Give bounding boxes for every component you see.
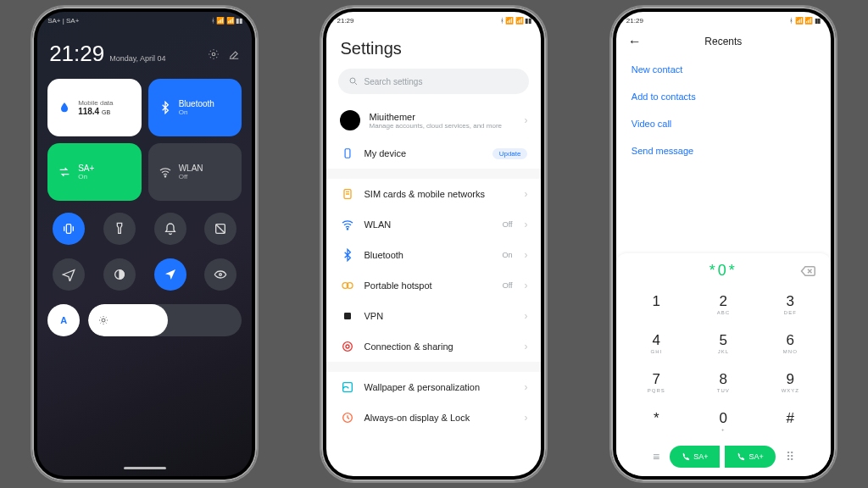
row-account[interactable]: Miuithemer Manage accounts, cloud servic… (326, 103, 541, 138)
key-#[interactable]: # (757, 402, 824, 441)
key-digit: 9 (757, 371, 824, 388)
toggle-eyecare[interactable] (204, 258, 236, 291)
menu-icon[interactable]: ≡ (648, 450, 665, 463)
search-placeholder: Search settings (364, 77, 422, 86)
toggle-dnd[interactable] (154, 213, 186, 245)
home-indicator[interactable] (124, 467, 166, 469)
tile-label: SA+ (78, 164, 94, 173)
status-indicators: ᚼ 📶 📶 ▮▮ (789, 17, 821, 25)
dialpad-toggle-icon[interactable]: ⠿ (781, 450, 799, 463)
signal-icon: 📶 (795, 17, 804, 25)
row-label: Wallpaper & personalization (364, 382, 480, 392)
tile-mobile-data[interactable]: Mobile data 118.4 GB (47, 79, 142, 136)
row-label: Connection & sharing (364, 341, 453, 352)
key-7[interactable]: 7PQRS (623, 363, 690, 402)
tile-state: On (179, 108, 214, 116)
tile-state: On (78, 173, 94, 180)
svg-point-0 (212, 53, 215, 56)
signal-icon: 📶 (226, 17, 235, 25)
update-badge: Update (492, 148, 528, 159)
key-digit: 3 (757, 293, 824, 310)
key-digit: 7 (623, 371, 690, 388)
key-4[interactable]: 4GHI (623, 324, 690, 363)
bluetooth-icon: ᚼ (211, 17, 215, 25)
call-sim1-button[interactable]: SA+ (670, 446, 720, 468)
brightness-slider[interactable] (88, 304, 242, 336)
toggle-flashlight[interactable] (103, 213, 136, 245)
settings-row[interactable]: WLAN Off › (326, 209, 541, 240)
row-my-device[interactable]: My device Update (326, 138, 541, 169)
settings-row[interactable]: VPN › (326, 301, 541, 331)
key-6[interactable]: 6MNO (757, 324, 824, 363)
svg-point-14 (346, 345, 349, 348)
row-icon (340, 217, 355, 232)
row-value: Off (503, 281, 513, 290)
toggle-darkmode[interactable] (103, 258, 136, 291)
tile-label: Mobile data (78, 99, 113, 107)
key-letters: JKL (690, 349, 757, 354)
search-icon (348, 76, 359, 86)
svg-point-1 (164, 176, 165, 177)
edit-icon[interactable] (228, 48, 240, 60)
settings-row[interactable]: Portable hotspot Off › (326, 270, 541, 301)
toggle-airplane[interactable] (53, 258, 85, 291)
row-icon (340, 339, 355, 354)
toggle-vibrate[interactable] (53, 213, 85, 245)
settings-icon[interactable] (208, 48, 220, 60)
tile-sim[interactable]: SA+ On (47, 143, 142, 201)
settings-row[interactable]: SIM cards & mobile networks › (326, 179, 541, 209)
menu-item[interactable]: Add to contacts (616, 83, 831, 110)
key-1[interactable]: 1 (623, 285, 690, 324)
key-digit: 2 (690, 293, 757, 310)
tile-label: WLAN (179, 164, 203, 173)
menu-item[interactable]: New contact (616, 56, 831, 83)
settings-row[interactable]: Connection & sharing › (326, 331, 541, 362)
bluetooth-icon (159, 101, 172, 114)
row-label: Bluetooth (364, 250, 403, 260)
status-indicators: ᚼ 📶 📶 ▮▮ (500, 17, 531, 25)
phone-control-center: SA+ | SA+ ᚼ 📶 📶 ▮▮ 21:29 Monday, April 0… (32, 7, 257, 481)
toggle-screenshot[interactable] (204, 213, 236, 245)
key-2[interactable]: 2ABC (690, 285, 757, 324)
toggle-location[interactable] (154, 258, 186, 291)
settings-row[interactable]: Wallpaper & personalization › (326, 372, 541, 402)
key-5[interactable]: 5JKL (690, 324, 757, 363)
key-*[interactable]: * (623, 402, 690, 441)
key-0[interactable]: 0+ (690, 402, 757, 441)
toggle-auto-brightness[interactable]: A (47, 304, 80, 336)
cc-date: Monday, April 04 (109, 54, 165, 63)
row-label: Portable hotspot (364, 280, 431, 291)
status-time: 21:29 (626, 17, 643, 25)
call-sim2-label: SA+ (748, 452, 763, 461)
call-sim2-button[interactable]: SA+ (725, 446, 775, 468)
device-icon (340, 146, 355, 161)
chevron-right-icon: › (524, 280, 527, 291)
row-value: On (502, 251, 512, 259)
backspace-button[interactable] (800, 265, 815, 277)
chevron-right-icon: › (524, 114, 527, 126)
tile-bluetooth[interactable]: Bluetooth On (148, 79, 242, 136)
svg-point-10 (348, 229, 348, 230)
key-digit: 5 (690, 332, 757, 349)
status-time: 21:29 (337, 17, 353, 25)
key-3[interactable]: 3DEF (757, 285, 824, 324)
svg-rect-13 (344, 313, 351, 319)
key-letters: DEF (757, 310, 824, 315)
key-digit: * (623, 410, 690, 427)
tile-wlan[interactable]: WLAN Off (148, 143, 242, 201)
page-title: Recents (704, 36, 742, 47)
menu-item[interactable]: Send message (616, 137, 831, 164)
settings-row[interactable]: Bluetooth On › (326, 240, 541, 270)
settings-row[interactable]: Always-on display & Lock › (326, 402, 541, 433)
chevron-right-icon: › (524, 249, 527, 261)
back-button[interactable]: ← (628, 34, 642, 49)
search-input[interactable]: Search settings (338, 69, 529, 94)
chevron-right-icon: › (524, 381, 527, 393)
key-digit: 8 (690, 371, 757, 388)
avatar (340, 110, 360, 130)
key-digit: 6 (757, 332, 824, 349)
key-9[interactable]: 9WXYZ (757, 363, 824, 402)
key-8[interactable]: 8TUV (690, 363, 757, 402)
menu-item[interactable]: Video call (616, 110, 831, 137)
chevron-right-icon: › (524, 188, 527, 200)
